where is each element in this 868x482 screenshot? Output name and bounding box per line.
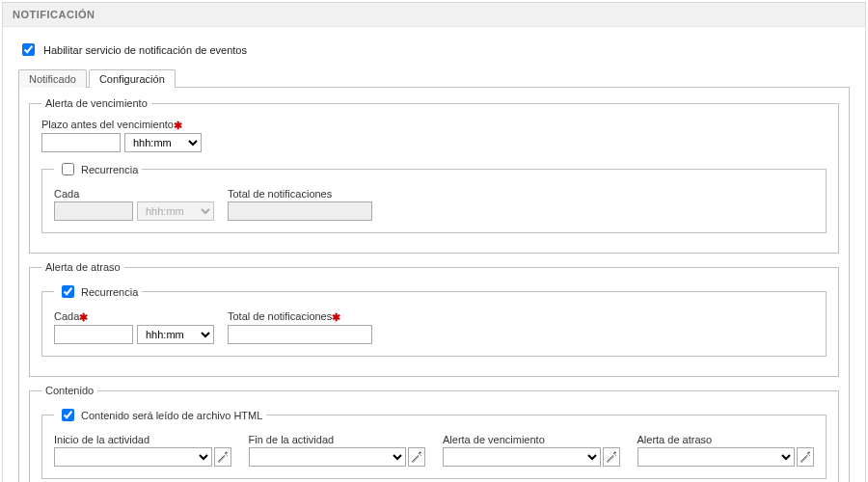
enable-row: Habilitar servicio de notificación de ev… <box>18 40 850 59</box>
required-icon: ✱ <box>332 311 340 323</box>
fieldset-contenido-html: Contenido será leído de archivo HTML Ini… <box>41 406 827 479</box>
field-atraso-total: Total de notificaciones✱ <box>228 310 372 344</box>
checkbox-atraso-recurrencia[interactable] <box>62 285 74 298</box>
label-inicio: Inicio de la actividad <box>54 434 231 445</box>
legend-atraso-recurrencia-text: Recurrencia <box>81 286 138 298</box>
wand-icon <box>217 451 229 463</box>
label-fin: Fin de la actividad <box>249 434 426 445</box>
wand-button-fin[interactable] <box>408 447 425 467</box>
wand-icon <box>800 451 811 463</box>
fieldset-contenido: Contenido Contenido será leído de archiv… <box>29 385 839 482</box>
label-alerta-venc: Alerta de vencimiento <box>443 434 620 445</box>
fieldset-atraso-recurrencia: Recurrencia Cada✱ hhh:mm <box>41 282 827 357</box>
wand-icon <box>411 451 422 463</box>
required-icon: ✱ <box>79 311 88 323</box>
label-plazo-text: Plazo antes del vencimiento <box>41 119 174 130</box>
field-atraso-cada: Cada✱ hhh:mm <box>54 310 214 344</box>
fieldset-atraso: Alerta de atraso Recurrencia Cada✱ <box>29 261 839 377</box>
input-atraso-total[interactable] <box>228 325 372 344</box>
content-row: Inicio de la actividad Fin de la activid… <box>54 434 814 467</box>
tab-notificado[interactable]: Notificado <box>18 69 87 88</box>
select-alerta-atraso[interactable] <box>637 447 796 467</box>
label-venc-total: Total de notificaciones <box>228 188 372 200</box>
select-atraso-cada-unit[interactable]: hhh:mm <box>137 325 214 344</box>
panel-body: Habilitar servicio de notificación de ev… <box>3 27 865 482</box>
select-alerta-venc[interactable] <box>443 447 601 467</box>
input-plazo[interactable] <box>41 133 121 152</box>
required-icon: ✱ <box>174 120 182 131</box>
field-alerta-venc: Alerta de vencimiento <box>443 434 620 467</box>
input-atraso-cada[interactable] <box>54 325 133 344</box>
field-plazo: Plazo antes del vencimiento✱ hhh:mm <box>41 119 827 152</box>
select-inicio[interactable] <box>54 447 212 467</box>
field-inicio: Inicio de la actividad <box>54 434 231 467</box>
wand-button-alerta-venc[interactable] <box>603 447 620 467</box>
panel-title: NOTIFICACIÓN <box>3 3 865 27</box>
legend-contenido: Contenido <box>41 385 97 396</box>
legend-contenido-html-text: Contenido será leído de archivo HTML <box>81 410 262 421</box>
legend-atraso: Alerta de atraso <box>41 261 124 273</box>
wand-icon <box>606 451 617 463</box>
enable-label: Habilitar servicio de notificación de ev… <box>43 44 247 56</box>
label-plazo: Plazo antes del vencimiento✱ <box>41 119 827 131</box>
checkbox-venc-recurrencia[interactable] <box>62 163 74 175</box>
enable-checkbox[interactable] <box>22 43 35 56</box>
select-venc-cada-unit[interactable]: hhh:mm <box>137 201 214 221</box>
tab-configuracion[interactable]: Configuración <box>89 69 176 88</box>
field-venc-cada: Cada hhh:mm <box>54 188 214 221</box>
label-atraso-total-text: Total de notificaciones <box>228 310 332 322</box>
fieldset-vencimiento: Alerta de vencimiento Plazo antes del ve… <box>29 97 839 254</box>
tabs: Notificado Configuración <box>18 68 850 87</box>
fieldset-venc-recurrencia: Recurrencia Cada hhh:mm <box>41 160 827 233</box>
legend-venc-recurrencia-text: Recurrencia <box>81 164 138 175</box>
field-fin: Fin de la actividad <box>249 434 426 467</box>
label-venc-cada: Cada <box>54 188 214 200</box>
label-alerta-atraso: Alerta de atraso <box>637 434 815 445</box>
select-fin[interactable] <box>249 447 407 467</box>
notification-panel: NOTIFICACIÓN Habilitar servicio de notif… <box>2 2 866 482</box>
select-plazo-unit[interactable]: hhh:mm <box>124 133 202 152</box>
wand-button-alerta-atraso[interactable] <box>797 447 814 467</box>
field-venc-total: Total de notificaciones <box>228 188 372 221</box>
input-venc-cada[interactable] <box>54 201 133 221</box>
checkbox-contenido-html[interactable] <box>62 409 74 421</box>
legend-vencimiento: Alerta de vencimiento <box>41 97 151 109</box>
label-atraso-cada-text: Cada <box>54 310 79 322</box>
legend-venc-recurrencia: Recurrencia <box>54 160 142 178</box>
label-atraso-cada: Cada✱ <box>54 310 214 323</box>
tab-content: Alerta de vencimiento Plazo antes del ve… <box>18 87 850 482</box>
field-alerta-atraso: Alerta de atraso <box>637 434 815 467</box>
input-venc-total[interactable] <box>228 201 372 221</box>
label-atraso-total: Total de notificaciones✱ <box>228 310 372 323</box>
wand-button-inicio[interactable] <box>214 447 231 467</box>
legend-atraso-recurrencia: Recurrencia <box>54 282 142 301</box>
legend-contenido-html: Contenido será leído de archivo HTML <box>54 406 266 424</box>
